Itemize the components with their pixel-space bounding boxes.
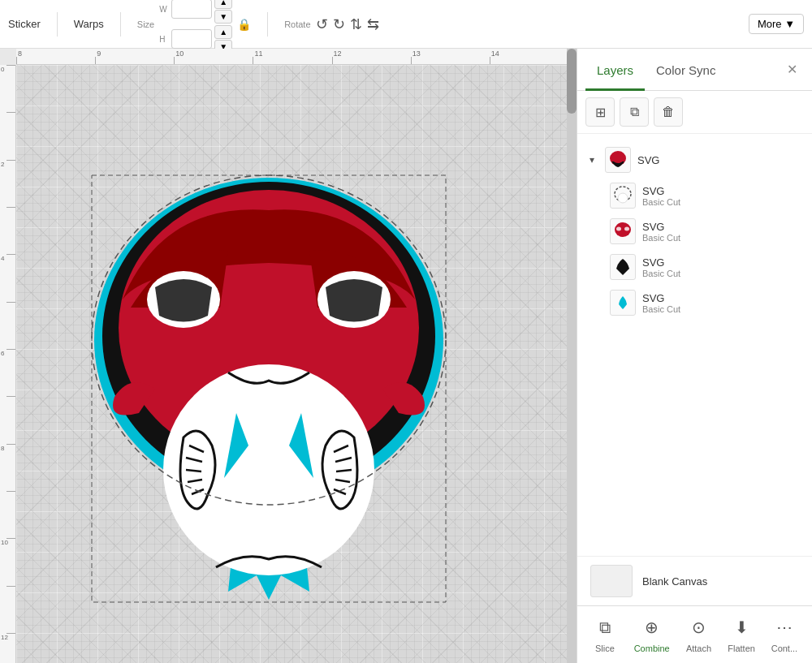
blank-canvas-label: Blank Canvas [642,575,707,588]
toolbar-sep-2 [120,12,121,37]
width-down-btn[interactable]: ▼ [214,10,232,24]
panel-toolbar: ⊞ ⧉ 🗑 [577,91,812,134]
width-up-btn[interactable]: ▲ [214,0,232,9]
toolbar-sep-3 [267,12,268,37]
layer-child-3-sub: Basic Cut [642,269,799,278]
lock-icon[interactable]: 🔒 [237,18,251,31]
flatten-btn[interactable]: ⬇ Flatten [728,614,755,653]
size-inputs: W ▲ ▼ H ▲ ▼ [159,0,232,54]
flatten-icon: ⬇ [728,614,754,640]
svg-point-11 [618,193,628,203]
scrollbar-right[interactable] [567,49,577,663]
attach-btn[interactable]: ⊙ Attach [685,614,711,653]
layer-group-thumb [605,147,631,173]
more-button[interactable]: More ▼ [749,14,804,34]
layer-child-1-sub: Basic Cut [642,197,799,207]
scrollbar-thumb[interactable] [567,49,577,114]
layer-child-3-name: SVG [642,256,799,269]
layers-list: ▾ SVG [577,134,812,556]
size-label: Size [137,19,154,29]
layer-child-2-sub: Basic Cut [642,233,799,243]
baseball-layer [163,364,374,575]
layer-child-1-name: SVG [642,185,799,197]
size-section: Size W ▲ ▼ H ▲ ▼ 🔒 [137,0,251,54]
height-up-btn[interactable]: ▲ [214,25,232,39]
width-row: W ▲ ▼ [159,0,232,24]
layer-child-2[interactable]: SVG Basic Cut [577,213,812,249]
layer-child-4-info: SVG Basic Cut [642,292,799,314]
bottom-panel: ⧉ Slice ⊕ Combine ⊙ Attach ⬇ Flatten ⋯ C… [577,605,812,663]
warps-label: Warps [74,18,104,30]
canvas-area[interactable]: 89101112131415 024681012 [0,49,577,663]
grid-canvas[interactable] [16,65,577,663]
layer-group-info: SVG [637,154,799,166]
canvas-image[interactable] [58,121,480,608]
layer-child-1-info: SVG Basic Cut [642,185,799,207]
layer-child-1-thumb [610,183,636,209]
flatten-label: Flatten [728,644,755,653]
cont-btn[interactable]: ⋯ Cont... [771,614,797,653]
layer-child-4-thumb [610,290,636,316]
cont-label: Cont... [771,644,797,653]
layer-child-2-name: SVG [642,221,799,233]
toolbar: Sticker Warps Size W ▲ ▼ H ▲ ▼ � [0,0,812,49]
slice-icon: ⧉ [592,614,618,640]
tab-colorsync[interactable]: Color Sync [645,49,727,91]
panel-tabs: Layers Color Sync ✕ [577,49,812,91]
combine-btn[interactable]: ⊕ Combine [634,614,670,653]
layer-group-item[interactable]: ▾ SVG [577,142,812,178]
rotate-icon: ↺ [316,15,328,33]
width-dim-label: W [159,5,169,14]
panel-close-btn[interactable]: ✕ [780,58,804,80]
ruler-vertical: 024681012 [0,65,16,663]
svg-point-14 [624,227,629,231]
height-input[interactable] [171,29,212,49]
slice-label: Slice [595,644,615,653]
svg-point-9 [612,153,624,163]
combine-icon: ⊕ [639,614,665,640]
layer-child-3-thumb [610,254,636,280]
svg-point-13 [616,227,621,231]
combine-label: Combine [634,644,670,653]
attach-label: Attach [686,644,711,653]
sticker-label: Sticker [8,18,41,30]
flip-icon: ⇅ [350,15,362,33]
layer-child-1[interactable]: SVG Basic Cut [577,178,812,213]
layer-child-2-info: SVG Basic Cut [642,221,799,243]
layer-delete-btn[interactable]: 🗑 [654,97,683,127]
attach-icon: ⊙ [685,614,711,640]
layer-child-3[interactable]: SVG Basic Cut [577,249,812,285]
rotate-icon-2: ↻ [333,15,345,33]
slice-btn[interactable]: ⧉ Slice [592,614,618,653]
layer-child-2-thumb [610,218,636,244]
width-input[interactable] [171,0,212,19]
rotate-section: Rotate ↺ ↻ ⇅ ⇆ [284,15,378,33]
toolbar-sep-1 [57,12,58,37]
layer-group-btn[interactable]: ⊞ [585,97,615,127]
cont-icon: ⋯ [771,614,797,640]
layer-group-name: SVG [637,154,799,166]
layer-child-4-sub: Basic Cut [642,304,799,314]
blank-canvas-row[interactable]: Blank Canvas [577,556,812,605]
expand-icon[interactable]: ▾ [585,154,598,166]
layer-child-4-name: SVG [642,292,799,304]
blank-canvas-thumb [590,565,633,597]
layer-duplicate-btn[interactable]: ⧉ [620,97,649,127]
height-dim-label: H [159,35,169,44]
main-area: 89101112131415 024681012 [0,49,812,663]
right-panel: Layers Color Sync ✕ ⊞ ⧉ 🗑 ▾ [577,49,812,663]
layer-child-4[interactable]: SVG Basic Cut [577,285,812,321]
rotate-label: Rotate [284,19,310,29]
canvas-wrapper[interactable] [16,65,577,663]
tab-layers[interactable]: Layers [585,49,645,91]
flip-icon-2: ⇆ [367,15,379,33]
layer-child-3-info: SVG Basic Cut [642,256,799,278]
ruler-horizontal: 89101112131415 [16,49,567,65]
